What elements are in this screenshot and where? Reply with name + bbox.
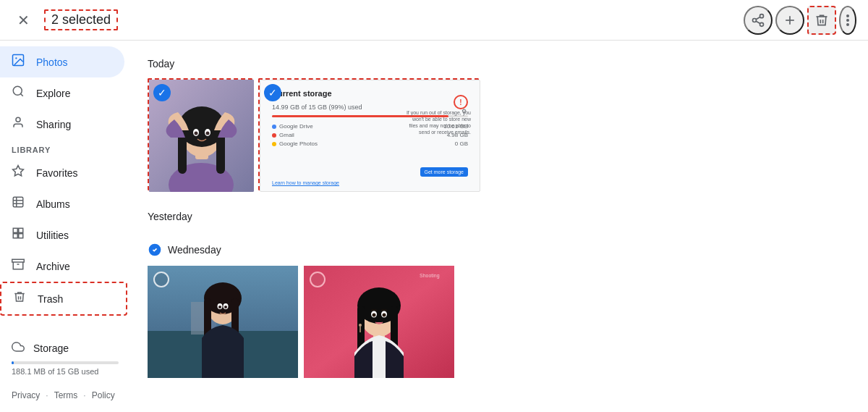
library-section-label: LIBRARY	[0, 140, 130, 157]
svg-rect-21	[12, 259, 25, 262]
svg-point-11	[15, 57, 17, 59]
sidebar-footer: Privacy · Terms · Policy	[0, 384, 130, 406]
svg-rect-20	[19, 234, 23, 238]
delete-icon	[814, 13, 829, 28]
sidebar-item-photos[interactable]: Photos	[0, 46, 124, 77]
gp-dot	[272, 142, 276, 146]
sep2: ·	[83, 390, 85, 400]
app-header: ✕ 2 selected	[0, 0, 868, 41]
albums-icon	[12, 196, 25, 212]
sidebar-item-albums[interactable]: Albums	[0, 188, 124, 219]
screenshot-title: Current storage	[272, 89, 468, 98]
wed2-portrait: Shooting	[304, 266, 454, 378]
header-left: ✕ 2 selected	[12, 6, 118, 35]
check-circle-icon	[148, 243, 162, 257]
wednesday-photos: Shooting	[148, 266, 851, 378]
svg-point-9	[846, 23, 849, 26]
privacy-link[interactable]: Privacy	[12, 390, 40, 400]
svg-marker-15	[13, 166, 24, 176]
sep1: ·	[46, 390, 48, 400]
gp-value: 0 GB	[455, 140, 468, 147]
more-button[interactable]	[839, 6, 856, 35]
selected-count: 2 selected	[44, 9, 118, 30]
terms-link[interactable]: Terms	[54, 390, 78, 400]
screenshot-warning-icon: !	[454, 95, 468, 109]
svg-rect-38	[191, 302, 205, 335]
trash-label: Trash	[38, 293, 63, 305]
storage-cloud-icon	[12, 340, 25, 356]
close-button[interactable]: ✕	[12, 6, 35, 35]
sharing-label: Sharing	[36, 119, 71, 130]
wed2-circle	[310, 272, 326, 287]
svg-text:Shooting: Shooting	[420, 273, 440, 279]
albums-label: Albums	[36, 198, 70, 210]
storage-label: Storage	[33, 342, 69, 354]
header-right	[744, 6, 856, 35]
photo-wed2-item[interactable]: Shooting	[304, 266, 454, 378]
row-gp: Google Photos 0 GB	[272, 140, 468, 147]
sidebar: Photos Explore Sharing LIBRARY Favorites	[0, 41, 130, 412]
svg-point-33	[195, 132, 198, 135]
trash-icon	[13, 290, 26, 307]
learn-more-link[interactable]: Learn how to manage storage	[272, 180, 339, 185]
share-button[interactable]	[744, 6, 773, 35]
svg-point-2	[760, 22, 764, 26]
gp-label: Google Photos	[279, 140, 318, 147]
drive-label: Google Drive	[279, 123, 313, 130]
svg-point-47	[224, 306, 227, 308]
delete-button[interactable]	[807, 6, 836, 35]
sidebar-item-favorites[interactable]: Favorites	[0, 157, 124, 188]
svg-rect-18	[19, 228, 23, 232]
gmail-label: Gmail	[279, 132, 294, 138]
photo-wed1-item[interactable]	[148, 266, 298, 378]
add-icon	[783, 13, 797, 28]
svg-line-3	[756, 21, 760, 23]
photo-girl-item[interactable]: ✓	[148, 78, 252, 190]
wednesday-label: Wednesday	[148, 243, 851, 257]
gmail-dot	[272, 133, 276, 138]
yesterday-section: Yesterday	[148, 211, 851, 222]
svg-point-1	[753, 18, 757, 22]
svg-line-4	[756, 17, 760, 19]
sidebar-item-explore[interactable]: Explore	[0, 77, 124, 109]
today-photos: ✓	[148, 78, 851, 190]
screenshot-right-text: If you run out of storage, you won't be …	[406, 109, 471, 135]
explore-label: Explore	[36, 88, 70, 99]
svg-rect-17	[13, 228, 17, 232]
wed1-portrait	[148, 266, 298, 378]
storage-section: Storage 188.1 MB of 15 GB used	[0, 332, 130, 384]
svg-point-12	[13, 86, 22, 95]
sidebar-item-sharing[interactable]: Sharing	[0, 109, 124, 140]
share-icon	[751, 13, 765, 28]
photos-icon	[12, 54, 25, 70]
add-button[interactable]	[775, 6, 804, 35]
svg-point-8	[846, 19, 849, 22]
policy-link[interactable]: Policy	[92, 390, 115, 400]
utilities-icon	[12, 227, 25, 243]
today-label: Today	[148, 58, 851, 70]
yesterday-label: Yesterday	[148, 211, 851, 222]
sharing-icon	[12, 116, 25, 133]
main-content: Today ✓	[130, 41, 868, 412]
wednesday-section: Wednesday	[148, 243, 851, 378]
svg-rect-16	[13, 197, 23, 207]
svg-point-46	[218, 306, 221, 308]
warning-circle: !	[454, 95, 468, 109]
svg-point-55	[359, 324, 362, 327]
storage-header: Storage	[12, 340, 119, 356]
photo-screenshot-item[interactable]: ✓ Current storage 14.99 GB of 15 GB (99%…	[258, 78, 479, 190]
svg-line-13	[20, 93, 22, 96]
sidebar-item-trash[interactable]: Trash	[0, 282, 127, 316]
photo-check-1: ✓	[153, 84, 171, 101]
favorites-label: Favorites	[36, 167, 78, 179]
photos-label: Photos	[36, 56, 68, 68]
svg-rect-19	[13, 234, 17, 238]
sidebar-item-utilities[interactable]: Utilities	[0, 219, 124, 251]
photo-check-2: ✓	[264, 84, 281, 101]
more-icon	[846, 13, 849, 28]
get-storage-btn[interactable]: Get more storage	[420, 167, 468, 177]
photo-screenshot: Current storage 14.99 GB of 15 GB (99%) …	[260, 80, 480, 192]
svg-point-14	[16, 117, 20, 122]
sidebar-item-archive[interactable]: Archive	[0, 251, 124, 282]
today-section: Today ✓	[148, 58, 851, 190]
